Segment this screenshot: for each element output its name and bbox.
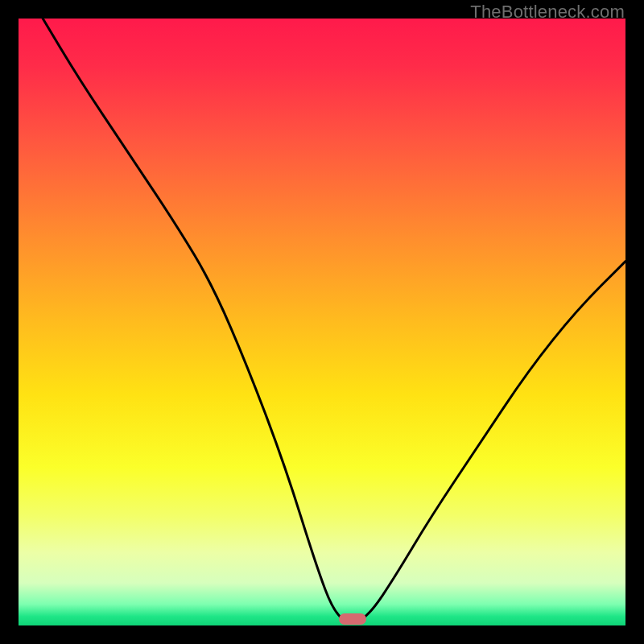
bottleneck-curve [19,19,625,625]
optimal-marker [339,613,366,625]
plot-area [19,19,625,625]
watermark-text: TheBottleneck.com [470,2,625,23]
chart-frame: TheBottleneck.com [0,0,644,644]
